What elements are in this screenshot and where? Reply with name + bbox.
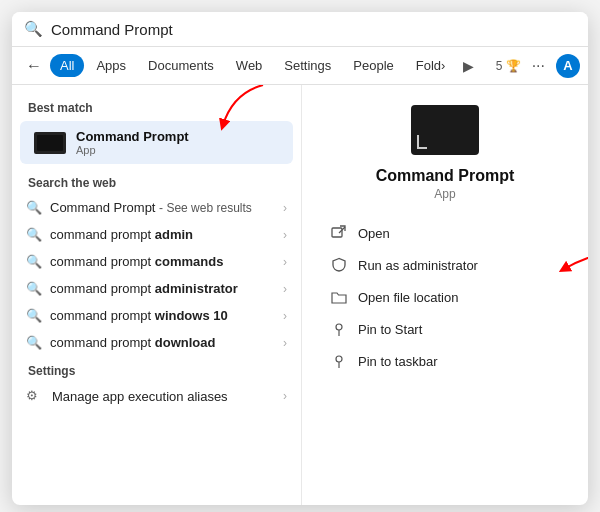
tab-all[interactable]: All (50, 54, 84, 77)
search-icon: 🔍 (24, 20, 43, 38)
shield-icon (330, 256, 348, 274)
search-loop-icon: 🔍 (26, 254, 42, 269)
search-result-text: command prompt windows 10 (50, 308, 275, 323)
web-section-label: Search the web (12, 166, 301, 194)
search-loop-icon: 🔍 (26, 335, 42, 350)
app-detail-title: Command Prompt (376, 167, 515, 185)
folder-icon (330, 288, 348, 306)
tab-web[interactable]: Web (226, 54, 273, 77)
settings-item[interactable]: ⚙ Manage app execution aliases › (12, 382, 301, 410)
app-icon-inner (37, 135, 63, 151)
list-item[interactable]: 🔍 Command Prompt - See web results › (12, 194, 301, 221)
settings-section-label: Settings (12, 356, 301, 382)
chevron-right-icon: › (283, 255, 287, 269)
tab-people[interactable]: People (343, 54, 403, 77)
list-item[interactable]: 🔍 command prompt commands › (12, 248, 301, 275)
search-result-text: command prompt download (50, 335, 275, 350)
search-loop-icon: 🔍 (26, 281, 42, 296)
back-button[interactable]: ← (20, 53, 48, 79)
best-match-sub: App (76, 144, 279, 156)
svg-point-1 (336, 324, 342, 330)
chevron-right-icon: › (283, 336, 287, 350)
search-window: 🔍 ← All Apps Documents Web Settings Peop… (12, 12, 588, 505)
list-item[interactable]: 🔍 command prompt windows 10 › (12, 302, 301, 329)
search-loop-icon: 🔍 (26, 308, 42, 323)
best-match-text: Command Prompt App (76, 129, 279, 156)
arrow-indicator (213, 85, 273, 133)
more-tabs-button[interactable]: ▶ (457, 54, 480, 78)
open-action[interactable]: Open (322, 217, 568, 249)
right-panel: Command Prompt App Open (302, 85, 588, 505)
nav-right: 5 🏆 ··· A (496, 54, 580, 78)
pin-to-taskbar-action[interactable]: Pin to taskbar (322, 345, 568, 377)
pin-to-start-action[interactable]: Pin to Start (322, 313, 568, 345)
main-content: Best match Command Prompt App Search the… (12, 85, 588, 505)
search-result-text: command prompt administrator (50, 281, 275, 296)
chevron-right-icon: › (283, 228, 287, 242)
open-file-location-label: Open file location (358, 290, 458, 305)
search-result-text: command prompt commands (50, 254, 275, 269)
search-loop-icon: 🔍 (26, 200, 42, 215)
nav-dots-button[interactable]: ··· (527, 55, 550, 77)
svg-rect-0 (332, 228, 342, 237)
chevron-right-icon: › (283, 201, 287, 215)
nav-badge: 5 🏆 (496, 59, 521, 73)
app-detail-sub: App (434, 187, 455, 201)
tab-folders[interactable]: Fold› (406, 54, 456, 77)
left-panel: Best match Command Prompt App Search the… (12, 85, 302, 505)
chevron-right-icon: › (283, 389, 287, 403)
tab-settings[interactable]: Settings (274, 54, 341, 77)
tab-documents[interactable]: Documents (138, 54, 224, 77)
nav-tabs: ← All Apps Documents Web Settings People… (12, 47, 588, 85)
search-loop-icon: 🔍 (26, 227, 42, 242)
pin-taskbar-icon (330, 352, 348, 370)
search-input[interactable] (51, 21, 576, 38)
list-item[interactable]: 🔍 command prompt admin › (12, 221, 301, 248)
action-list: Open Run as administrator (322, 217, 568, 377)
svg-point-2 (336, 356, 342, 362)
open-icon (330, 224, 348, 242)
cursor-icon (417, 135, 427, 149)
settings-item-text: Manage app execution aliases (52, 389, 273, 404)
pin-start-icon (330, 320, 348, 338)
run-as-admin-label: Run as administrator (358, 258, 478, 273)
settings-gear-icon: ⚙ (26, 388, 42, 404)
avatar[interactable]: A (556, 54, 580, 78)
pin-to-start-label: Pin to Start (358, 322, 422, 337)
best-match-item[interactable]: Command Prompt App (20, 121, 293, 164)
chevron-right-icon: › (283, 282, 287, 296)
tab-apps[interactable]: Apps (86, 54, 136, 77)
search-result-text: Command Prompt - See web results (50, 200, 275, 215)
app-icon-large (411, 105, 479, 155)
search-bar: 🔍 (12, 12, 588, 47)
open-file-location-action[interactable]: Open file location (322, 281, 568, 313)
chevron-right-icon: › (283, 309, 287, 323)
list-item[interactable]: 🔍 command prompt download › (12, 329, 301, 356)
pin-to-taskbar-label: Pin to taskbar (358, 354, 438, 369)
search-result-text: command prompt admin (50, 227, 275, 242)
open-label: Open (358, 226, 390, 241)
run-as-admin-action[interactable]: Run as administrator (322, 249, 568, 281)
app-icon-small (34, 132, 66, 154)
list-item[interactable]: 🔍 command prompt administrator › (12, 275, 301, 302)
